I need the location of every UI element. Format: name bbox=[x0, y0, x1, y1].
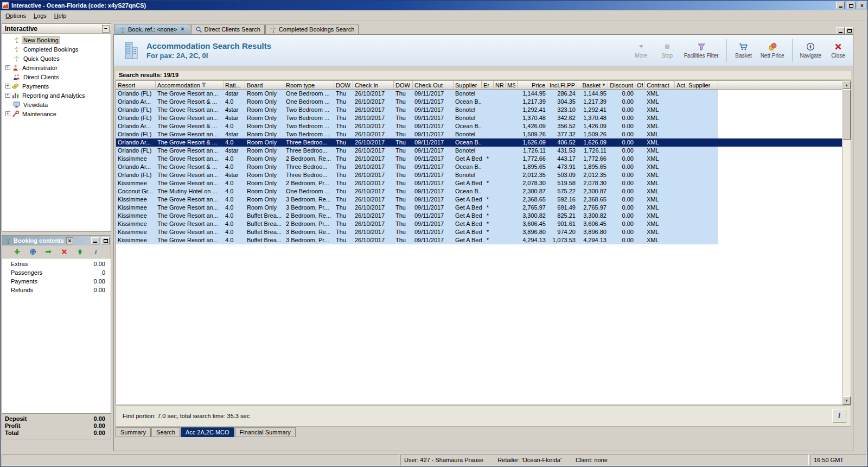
result-row[interactable]: Orlando (FL)The Grove Resort an...4starR… bbox=[116, 90, 842, 98]
table-cell: 1,144.95 bbox=[577, 90, 608, 98]
result-row[interactable]: Orlando Ar...The Grove Resort & ...4.0Ro… bbox=[116, 122, 842, 130]
column-header-nr[interactable]: NR bbox=[494, 81, 506, 90]
booking-contents-minimize-button[interactable] bbox=[91, 237, 99, 244]
booking-contents-maximize-button[interactable] bbox=[101, 237, 110, 244]
table-cell: Thu bbox=[394, 187, 413, 195]
column-header-rati[interactable]: Rati... bbox=[224, 81, 245, 90]
navigate-button[interactable]: Navigate bbox=[800, 42, 821, 59]
table-cell: 0.00 bbox=[608, 212, 635, 220]
result-row[interactable]: KissimmeeThe Grove Resort an...4.0Buffet… bbox=[116, 212, 842, 220]
column-header-price[interactable]: Price bbox=[518, 81, 547, 90]
sidebar-item-quick-quotes[interactable]: Quick Quotes bbox=[3, 54, 110, 63]
result-row[interactable]: KissimmeeThe Grove Resort an...4.0Room O… bbox=[116, 195, 842, 204]
table-cell: 2,078.30 bbox=[577, 179, 608, 187]
scroll-up-icon[interactable]: ▲ bbox=[843, 81, 851, 89]
mdi-minimize-button[interactable] bbox=[837, 27, 845, 34]
result-row[interactable]: Orlando (FL)The Grove Resort an...4starR… bbox=[116, 147, 842, 155]
bottom-tab-acc-2a-2c-mco[interactable]: Acc 2A,2C MCO bbox=[181, 427, 234, 437]
column-header-contract[interactable]: Contract bbox=[645, 81, 675, 90]
sidebar-item-completed-bookings[interactable]: Completed Bookings bbox=[3, 45, 110, 54]
sidebar-item-maintenance[interactable]: +Maintenance bbox=[3, 109, 110, 118]
result-row[interactable]: Orlando (FL)The Grove Resort an...4starR… bbox=[116, 106, 842, 114]
tab-completed-bookings-search[interactable]: Completed Bookings Search bbox=[265, 24, 359, 34]
vertical-scrollbar[interactable]: ▲ ▼ bbox=[842, 80, 851, 405]
result-row[interactable]: Orlando Ar...The Grove Resort & ...4.0Ro… bbox=[116, 98, 842, 106]
result-row[interactable]: KissimmeeThe Grove Resort an...4.0Buffet… bbox=[116, 220, 842, 228]
bottom-tab-summary[interactable]: Summary bbox=[116, 427, 151, 437]
result-row[interactable]: Orlando (FL)The Grove Resort an...4starR… bbox=[116, 130, 842, 138]
close-button[interactable]: Close bbox=[829, 42, 847, 59]
transfer-button[interactable] bbox=[44, 247, 54, 257]
window-minimize-button[interactable] bbox=[836, 2, 845, 9]
result-row[interactable]: KissimmeeThe Grove Resort an...4.0Room O… bbox=[116, 179, 842, 187]
sidebar-item-viewdata[interactable]: Viewdata bbox=[3, 100, 110, 109]
info-button[interactable]: i bbox=[91, 247, 101, 257]
column-header-act-supplier[interactable]: Act. Supplier bbox=[675, 81, 718, 90]
window-close-button[interactable]: × bbox=[858, 2, 866, 9]
up-button[interactable] bbox=[75, 247, 85, 257]
result-row[interactable]: Coconut Gr...The Mutiny Hotel on ...4.0R… bbox=[116, 187, 842, 195]
column-header-supplier[interactable]: Supplier bbox=[454, 81, 482, 90]
table-cell: Thu bbox=[394, 212, 413, 220]
booking-contents-close-icon[interactable]: × bbox=[66, 237, 73, 244]
column-header-ms[interactable]: MS bbox=[506, 81, 518, 90]
facilities-filter-button[interactable]: Facilities Filter bbox=[684, 42, 719, 59]
result-row[interactable]: KissimmeeThe Grove Resort an...4.0Buffet… bbox=[116, 236, 842, 244]
column-header-of[interactable]: Of bbox=[635, 81, 645, 90]
scrollbar-thumb[interactable] bbox=[843, 90, 851, 140]
result-row[interactable]: Orlando (FL)The Grove Resort an...4starR… bbox=[116, 114, 842, 122]
info-button[interactable]: i bbox=[832, 409, 846, 423]
menu-logs[interactable]: Logs bbox=[30, 11, 50, 20]
result-row[interactable]: Orlando Ar...The Grove Resort & ...4.0Ro… bbox=[116, 163, 842, 171]
expand-icon[interactable]: + bbox=[5, 111, 10, 116]
tab-book-ref-none[interactable]: Book. ref.: <none>× bbox=[114, 24, 190, 34]
delete-button[interactable] bbox=[60, 247, 69, 257]
globe-button[interactable] bbox=[28, 247, 38, 257]
column-header-dow[interactable]: DOW bbox=[394, 81, 413, 90]
result-row[interactable]: Orlando Ar...The Grove Resort & ...4.0Ro… bbox=[116, 138, 842, 147]
bottom-tab-financial-summary[interactable]: Financial Summary bbox=[235, 427, 296, 437]
expand-icon[interactable]: + bbox=[5, 84, 10, 89]
result-row[interactable]: KissimmeeThe Grove Resort an...4.0Room O… bbox=[116, 204, 842, 212]
column-header-accommodation[interactable]: Accommodation bbox=[156, 81, 224, 90]
menu-options[interactable]: Options bbox=[2, 11, 30, 20]
window-maximize-button[interactable] bbox=[847, 2, 856, 9]
table-cell: The Grove Resort an... bbox=[156, 171, 224, 179]
results-header: Accommodation Search Results For pax: 2A… bbox=[114, 35, 853, 66]
column-header-check-out[interactable]: Check Out bbox=[413, 81, 454, 90]
sidebar-item-new-booking[interactable]: New Booking bbox=[3, 35, 110, 45]
column-filter-icon[interactable] bbox=[201, 83, 206, 87]
column-header-resort[interactable]: Resort bbox=[116, 81, 156, 90]
basket-button[interactable]: Basket bbox=[735, 42, 753, 59]
column-header-incl-fl-pp[interactable]: Incl.Fl.PP bbox=[547, 81, 577, 90]
column-header-check-in[interactable]: Check In bbox=[353, 81, 394, 90]
sidebar-item-payments[interactable]: +Payments bbox=[3, 81, 110, 91]
mdi-maximize-button[interactable] bbox=[845, 27, 853, 34]
expand-icon[interactable]: + bbox=[5, 65, 10, 70]
panel-collapse-button[interactable]: − bbox=[102, 25, 110, 33]
table-cell: Room Only bbox=[245, 155, 284, 163]
sidebar-item-administrator[interactable]: +Administrator bbox=[3, 63, 110, 72]
table-cell bbox=[506, 220, 518, 228]
tab-direct-clients-search[interactable]: Direct Clients Search bbox=[191, 24, 265, 34]
menu-help[interactable]: Help bbox=[50, 11, 71, 20]
column-header-discount[interactable]: Discount bbox=[608, 81, 635, 90]
tab-close-icon[interactable]: × bbox=[180, 26, 186, 33]
add-button[interactable] bbox=[12, 247, 22, 257]
sidebar-item-reporting-and-analytics[interactable]: +Reporting and Analytics bbox=[3, 91, 110, 100]
table-cell: 1,772.66 bbox=[577, 155, 608, 163]
column-header-room-type[interactable]: Room type bbox=[284, 81, 334, 90]
expand-icon[interactable]: + bbox=[5, 93, 10, 98]
column-header-er[interactable]: Er bbox=[482, 81, 494, 90]
result-row[interactable]: KissimmeeThe Grove Resort an...4.0Room O… bbox=[116, 155, 842, 163]
column-header-basket[interactable]: Basket▼ bbox=[577, 81, 608, 90]
bottom-tab-search[interactable]: Search bbox=[151, 427, 180, 437]
result-row[interactable]: KissimmeeThe Grove Resort an...4.0Buffet… bbox=[116, 228, 842, 236]
column-header-board[interactable]: Board bbox=[245, 81, 284, 90]
column-header-dow[interactable]: DOW bbox=[334, 81, 353, 90]
sidebar-item-direct-clients[interactable]: Direct Clients bbox=[3, 72, 110, 81]
table-cell: 26/10/2017 bbox=[353, 204, 394, 212]
scroll-down-icon[interactable]: ▼ bbox=[843, 396, 851, 405]
result-row[interactable]: Orlando (FL)The Grove Resort an...4starR… bbox=[116, 171, 842, 179]
nett-price-button[interactable]: Nett Price bbox=[761, 42, 784, 59]
